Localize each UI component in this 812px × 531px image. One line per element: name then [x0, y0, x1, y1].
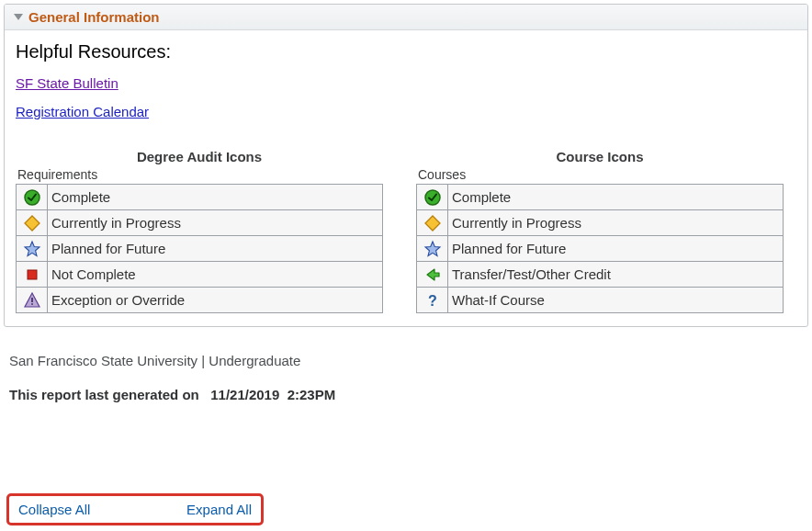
section-title: General Information [28, 9, 160, 25]
course-label: Currently in Progress [448, 210, 784, 236]
table-row: Not Complete [17, 262, 383, 288]
table-row: Planned for Future [17, 236, 383, 262]
complete-icon [17, 185, 48, 210]
calendar-link[interactable]: Registration Calendar [16, 104, 149, 119]
legend-title-degree: Degree Audit Icons [16, 149, 383, 167]
table-row: Currently in Progress [17, 210, 383, 236]
controls-shell: Collapse All Expand All [6, 493, 806, 525]
question-icon: ? [417, 288, 448, 313]
general-info-panel: General Information Helpful Resources: S… [4, 4, 808, 327]
arrow-left-icon [417, 262, 448, 288]
bulletin-link[interactable]: SF State Bulletin [16, 75, 118, 91]
svg-text:?: ? [428, 293, 437, 309]
requirements-tbody: CompleteCurrently in ProgressPlanned for… [17, 185, 383, 313]
report-time: 2:23PM [288, 387, 336, 402]
report-date: 11/21/2019 [210, 387, 279, 402]
requirement-label: Currently in Progress [48, 210, 383, 236]
legend-title-courses: Course Icons [416, 149, 784, 167]
table-row: Exception or Override [17, 288, 383, 313]
complete-icon [417, 185, 448, 210]
requirements-table: CompleteCurrently in ProgressPlanned for… [16, 184, 383, 313]
footer-area: San Francisco State University | Undergr… [4, 327, 808, 404]
table-row: Planned for Future [417, 236, 784, 262]
helpful-resources-heading: Helpful Resources: [16, 40, 796, 75]
svg-point-0 [25, 190, 39, 205]
collapse-toggle-icon[interactable] [14, 14, 23, 20]
square-icon [17, 262, 48, 288]
diamond-icon [17, 210, 48, 236]
courses-table: CompleteCurrently in ProgressPlanned for… [416, 184, 784, 313]
panel-header: General Information [5, 5, 807, 30]
svg-rect-5 [31, 298, 33, 302]
svg-marker-9 [425, 242, 440, 256]
legend-wrap: Degree Audit Icons Requirements Complete… [16, 149, 796, 313]
report-generated-line: This report last generated on 11/21/2019… [9, 387, 803, 402]
diamond-icon [417, 210, 448, 236]
table-row: Complete [17, 185, 383, 210]
collapse-all-link[interactable]: Collapse All [18, 502, 90, 517]
requirement-label: Planned for Future [48, 236, 383, 262]
university-line: San Francisco State University | Undergr… [9, 353, 803, 368]
controls-highlight-box: Collapse All Expand All [6, 493, 264, 525]
tri-exc-icon [17, 288, 48, 313]
star-icon [17, 236, 48, 262]
legend-sub-courses: Courses [416, 167, 784, 184]
svg-rect-3 [28, 270, 37, 279]
course-label: Complete [448, 185, 784, 210]
requirement-label: Exception or Override [48, 288, 383, 313]
svg-marker-8 [425, 216, 440, 231]
table-row: Currently in Progress [417, 210, 784, 236]
requirement-label: Complete [48, 185, 383, 210]
requirement-label: Not Complete [48, 262, 383, 288]
legend-requirements: Degree Audit Icons Requirements Complete… [16, 149, 383, 313]
table-row: ?What-If Course [417, 288, 784, 313]
star-icon [417, 236, 448, 262]
svg-marker-1 [25, 216, 39, 231]
svg-rect-6 [31, 303, 33, 305]
expand-all-link[interactable]: Expand All [186, 502, 252, 517]
course-label: What-If Course [448, 288, 784, 313]
svg-marker-2 [25, 242, 39, 256]
course-label: Planned for Future [448, 236, 784, 262]
svg-point-7 [425, 190, 440, 205]
report-prefix: This report last generated on [9, 387, 199, 402]
table-row: Complete [417, 185, 784, 210]
table-row: Transfer/Test/Other Credit [417, 262, 784, 288]
course-label: Transfer/Test/Other Credit [448, 262, 784, 288]
panel-content: Helpful Resources: SF State Bulletin Reg… [5, 30, 807, 326]
courses-tbody: CompleteCurrently in ProgressPlanned for… [417, 185, 784, 313]
legend-courses: Course Icons Courses CompleteCurrently i… [416, 149, 784, 313]
legend-sub-req: Requirements [16, 167, 383, 184]
